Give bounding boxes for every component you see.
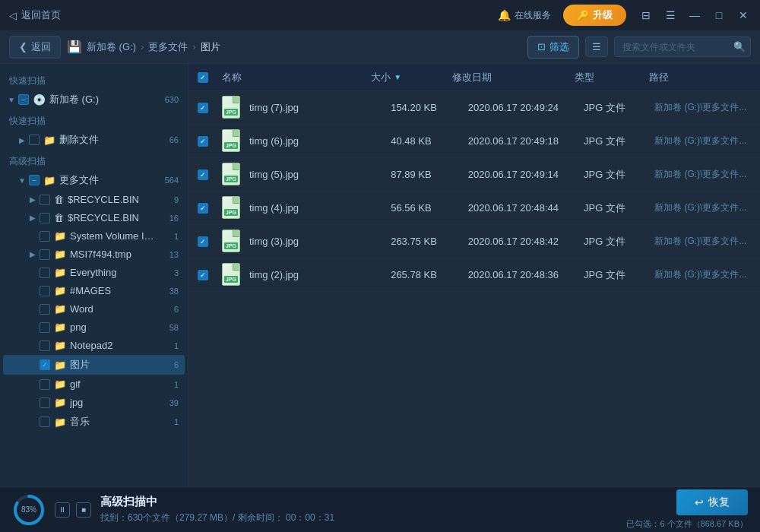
upgrade-button[interactable]: 🔑 升级 <box>563 5 626 26</box>
header-checkbox[interactable]: ✓ <box>198 72 208 83</box>
folder-icon-notepad2: 📁 <box>54 340 66 351</box>
sidebar-item-recycle2[interactable]: ▶ 🗑 $RECYCLE.BIN 16 <box>3 209 185 226</box>
table-row[interactable]: ✓ JPG timg (5).jpg 87.89 KB 2020.06.17 2… <box>188 158 760 192</box>
checkbox-jpg[interactable] <box>40 397 50 408</box>
selected-info: 已勾选：6 个文件（868.67 KB） <box>626 518 748 530</box>
file-size: 154.20 KB <box>391 102 468 113</box>
breadcrumb-folder1[interactable]: 更多文件 <box>148 40 188 54</box>
file-path: 新加卷 (G:)\更多文件... <box>654 268 751 281</box>
checkbox-notepad2[interactable] <box>40 340 50 351</box>
pause-button[interactable]: ⏸ <box>55 502 70 518</box>
table-row[interactable]: ✓ JPG timg (4).jpg 56.56 KB 2020.06.17 2… <box>188 192 760 225</box>
checkbox-deleted[interactable] <box>29 135 40 145</box>
table-row[interactable]: ✓ JPG timg (2).jpg 265.78 KB 2020.06.17 … <box>188 258 760 292</box>
back-home-btn[interactable]: ◁ 返回首页 <box>9 8 61 22</box>
col-header-date: 修改日期 <box>452 71 575 84</box>
window-menu-icon[interactable]: ☰ <box>663 9 678 21</box>
sidebar-item-jpg[interactable]: 📁 jpg 39 <box>3 394 185 411</box>
sidebar-item-music[interactable]: 📁 音乐 1 <box>3 412 185 432</box>
stop-button[interactable]: ■ <box>76 502 91 518</box>
quick-scan-section: 快速扫描 <box>0 110 188 129</box>
file-name: timg (4).jpg <box>249 202 391 214</box>
checkbox-sys[interactable] <box>40 231 50 242</box>
sidebar-item-pictures[interactable]: ✓ 📁 图片 6 <box>3 355 185 375</box>
col-header-type: 类型 <box>575 71 649 84</box>
expand-arrow-recycle2: ▶ <box>27 214 38 222</box>
checkbox-recycle1[interactable] <box>40 195 50 205</box>
upgrade-label: 升级 <box>593 8 613 22</box>
window-minimize-btn[interactable]: — <box>687 9 702 21</box>
window-close-btn[interactable]: ✕ <box>736 9 751 21</box>
search-input[interactable] <box>622 42 729 52</box>
sidebar-item-png[interactable]: 📁 png 58 <box>3 318 185 336</box>
file-date: 2020.06.17 20:48:44 <box>468 202 584 214</box>
checkbox-word[interactable] <box>40 304 50 315</box>
row-checkbox-wrap: ✓ <box>198 136 222 147</box>
scan-detail: 找到：630个文件（279.27 MB）/ 剩余时间： 00：00：31 <box>100 511 617 524</box>
restore-button[interactable]: ↩ 恢复 <box>676 489 748 515</box>
file-date: 2020.06.17 20:48:36 <box>468 269 584 280</box>
sidebar-label-png: png <box>70 321 159 333</box>
checkbox-more[interactable]: – <box>29 175 40 185</box>
breadcrumb-drive[interactable]: 新加卷 (G:) <box>87 40 136 54</box>
sidebar-count-recycle1: 9 <box>160 195 179 204</box>
sidebar-item-msi[interactable]: ▶ 📁 MSI7f494.tmp 13 <box>3 245 185 263</box>
row-checkbox[interactable]: ✓ <box>198 103 208 113</box>
window-minimize-icon[interactable]: ⊟ <box>638 9 654 21</box>
checkbox-root[interactable]: – <box>18 94 29 105</box>
row-checkbox[interactable]: ✓ <box>198 270 208 280</box>
sidebar-item-word[interactable]: 📁 Word 6 <box>3 300 185 318</box>
file-path: 新加卷 (G:)\更多文件... <box>654 101 751 114</box>
folder-icon-sys: 📁 <box>54 230 66 242</box>
file-size: 263.75 KB <box>391 236 468 247</box>
checkbox-pictures[interactable]: ✓ <box>40 359 50 370</box>
file-size: 87.89 KB <box>391 169 468 180</box>
checkbox-msi[interactable] <box>40 249 50 260</box>
online-service-btn[interactable]: 🔔 在线服务 <box>498 9 551 22</box>
row-checkbox[interactable]: ✓ <box>198 236 208 247</box>
filter-button[interactable]: ⊡ 筛选 <box>527 36 579 59</box>
table-row[interactable]: ✓ JPG timg (6).jpg 40.48 KB 2020.06.17 2… <box>188 125 760 158</box>
sidebar-count-msi: 13 <box>160 250 179 259</box>
sidebar-label-msi: MSI7f494.tmp <box>70 249 159 260</box>
sidebar-item-everything[interactable]: 📁 Everything 3 <box>3 264 185 281</box>
checkbox-mages[interactable] <box>40 286 50 296</box>
row-checkbox[interactable]: ✓ <box>198 203 208 214</box>
scan-controls: ⏸ ■ <box>55 502 91 518</box>
sidebar-count-notepad2: 1 <box>160 341 179 350</box>
window-maximize-btn[interactable]: □ <box>711 9 727 21</box>
sidebar-label-notepad2: Notepad2 <box>70 340 159 351</box>
sidebar-item-gif[interactable]: 📁 gif 1 <box>3 375 185 393</box>
sidebar-item-notepad2[interactable]: 📁 Notepad2 1 <box>3 337 185 354</box>
table-row[interactable]: ✓ JPG timg (7).jpg 154.20 KB 2020.06.17 … <box>188 91 760 125</box>
breadcrumb-folder2[interactable]: 图片 <box>201 40 220 54</box>
sidebar-item-deleted[interactable]: ▶ 📁 删除文件 66 <box>3 130 185 150</box>
row-checkbox[interactable]: ✓ <box>198 136 208 147</box>
checkbox-gif[interactable] <box>40 379 50 390</box>
sidebar-item-morefiles[interactable]: ▼ – 📁 更多文件 564 <box>3 170 185 190</box>
back-home-icon: ◁ <box>9 10 17 21</box>
sidebar-label-more: 更多文件 <box>59 173 159 187</box>
table-header: ✓ 名称 大小 ▼ 修改日期 类型 路径 <box>188 64 760 91</box>
checkbox-png[interactable] <box>40 322 50 333</box>
back-button[interactable]: ❮ 返回 <box>9 36 61 59</box>
sidebar-item-recycle1[interactable]: ▶ 🗑 $RECYCLE.BIN 9 <box>3 191 185 208</box>
table-row[interactable]: ✓ JPG timg (3).jpg 263.75 KB 2020.06.17 … <box>188 225 760 258</box>
sidebar-label-deleted: 删除文件 <box>59 133 159 147</box>
search-icon: 🔍 <box>733 41 746 52</box>
search-box[interactable]: 🔍 <box>614 36 751 57</box>
checkbox-everything[interactable] <box>40 268 50 278</box>
file-path: 新加卷 (G:)\更多文件... <box>654 135 751 147</box>
progress-circle: 83% <box>12 493 46 527</box>
checkbox-music[interactable] <box>40 416 50 427</box>
main-content: 快速扫描 ▼ – 💿 新加卷 (G:) 630 快速扫描 ▶ 📁 删除文件 66… <box>0 64 760 486</box>
sort-button[interactable]: ☰ <box>585 36 608 57</box>
sidebar-item-sysvolume[interactable]: 📁 System Volume Inf... 1 <box>3 227 185 245</box>
sidebar-item-mages[interactable]: 📁 #MAGES 38 <box>3 282 185 299</box>
row-checkbox-wrap: ✓ <box>198 169 222 180</box>
folder-icon-recycle2: 🗑 <box>54 212 64 223</box>
upgrade-icon: 🔑 <box>577 10 589 21</box>
row-checkbox[interactable]: ✓ <box>198 169 208 180</box>
checkbox-recycle2[interactable] <box>40 213 50 223</box>
sidebar-item-root[interactable]: ▼ – 💿 新加卷 (G:) 630 <box>3 90 185 109</box>
